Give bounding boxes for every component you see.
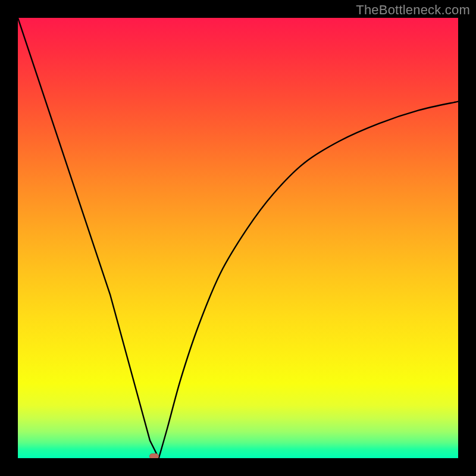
chart-frame: TheBottleneck.com xyxy=(0,0,476,476)
bottleneck-curve xyxy=(18,18,458,458)
curve-path xyxy=(18,18,458,458)
plot-area xyxy=(18,18,458,458)
optimum-marker xyxy=(149,453,159,458)
watermark-text: TheBottleneck.com xyxy=(356,2,470,18)
